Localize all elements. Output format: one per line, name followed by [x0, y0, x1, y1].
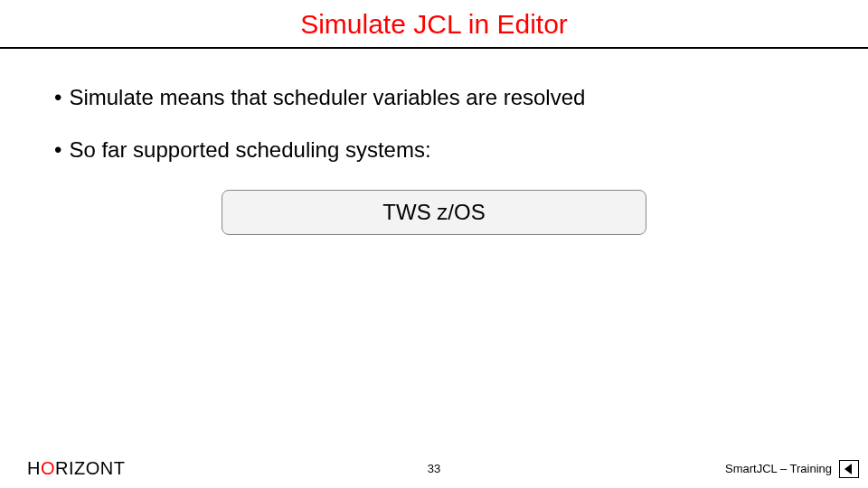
slide-title: Simulate JCL in Editor: [0, 0, 868, 47]
footer-right: SmartJCL – Training: [725, 460, 859, 478]
brand-letter: O: [41, 458, 55, 478]
bullet-dot-icon: •: [54, 137, 61, 163]
bullet-text: Simulate means that scheduler variables …: [69, 85, 585, 110]
brand-letter: H: [27, 458, 41, 478]
nav-back-button[interactable]: [839, 460, 859, 478]
system-box: TWS z/OS: [222, 190, 646, 235]
footer-course-title: SmartJCL – Training: [725, 462, 832, 475]
bullet-dot-icon: •: [54, 85, 61, 110]
brand-letter: RIZONT: [55, 458, 125, 478]
footer: HORIZONT 33 SmartJCL – Training: [0, 458, 868, 479]
bullet-text: So far supported scheduling systems:: [69, 137, 430, 163]
bullet-item: • So far supported scheduling systems:: [54, 137, 814, 163]
bullet-item: • Simulate means that scheduler variable…: [54, 85, 814, 110]
svg-marker-0: [844, 464, 852, 474]
triangle-left-icon: [844, 464, 854, 474]
content-area: • Simulate means that scheduler variable…: [0, 49, 868, 235]
brand-logo: HORIZONT: [27, 458, 125, 479]
page-number: 33: [428, 462, 440, 475]
